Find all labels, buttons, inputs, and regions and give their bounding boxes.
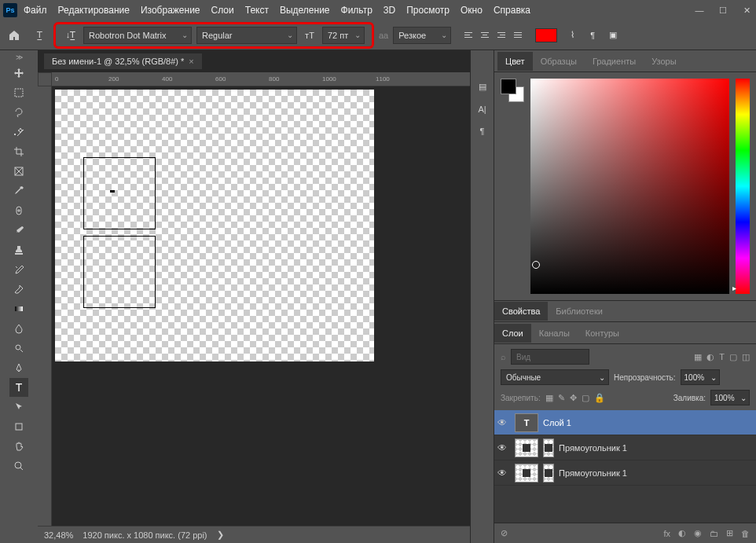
layer-row[interactable]: 👁 T Слой 1 bbox=[494, 410, 756, 435]
align-right-button[interactable] bbox=[494, 28, 509, 43]
menu-filter[interactable]: Фильтр bbox=[341, 5, 372, 16]
color-field[interactable] bbox=[530, 79, 729, 294]
group-icon[interactable]: 🗀 bbox=[710, 529, 718, 538]
healing-tool[interactable] bbox=[9, 201, 28, 220]
layer-mask-thumbnail[interactable] bbox=[543, 438, 554, 457]
maximize-button[interactable]: ☐ bbox=[717, 4, 729, 17]
tab-libraries[interactable]: Библиотеки bbox=[548, 302, 611, 321]
align-justify-button[interactable] bbox=[510, 28, 526, 43]
layer-thumbnail[interactable] bbox=[515, 438, 538, 457]
menu-select[interactable]: Выделение bbox=[280, 5, 330, 16]
dodge-tool[interactable] bbox=[9, 339, 28, 358]
tab-color[interactable]: Цвет bbox=[497, 52, 533, 71]
link-layers-icon[interactable]: ⊘ bbox=[501, 528, 508, 538]
font-family-dropdown[interactable]: Robotron Dot Matrix bbox=[83, 27, 192, 44]
home-button[interactable] bbox=[3, 24, 25, 46]
document-tab[interactable]: Без имени-1 @ 32,5% (RGB/8#) * × bbox=[44, 53, 202, 69]
character-icon[interactable]: A| bbox=[478, 105, 486, 114]
tab-properties[interactable]: Свойства bbox=[494, 302, 548, 321]
hue-slider[interactable]: ▸ bbox=[736, 79, 750, 294]
filter-pixel-icon[interactable]: ▦ bbox=[694, 352, 702, 362]
layer-name[interactable]: Прямоугольник 1 bbox=[559, 468, 627, 478]
lasso-tool[interactable] bbox=[9, 103, 28, 122]
frame-tool[interactable] bbox=[9, 162, 28, 181]
rectangle-1[interactable] bbox=[83, 157, 156, 229]
histogram-icon[interactable]: ▤ bbox=[479, 82, 486, 92]
lock-artboard-icon[interactable]: ▢ bbox=[582, 393, 589, 403]
marquee-tool[interactable] bbox=[9, 83, 28, 102]
delete-layer-icon[interactable]: 🗑 bbox=[741, 529, 750, 538]
foreground-swatch[interactable] bbox=[501, 79, 516, 94]
new-layer-icon[interactable]: ⊞ bbox=[726, 528, 733, 538]
ruler-h-scale[interactable]: 0 200 400 600 800 1000 1100 bbox=[52, 72, 470, 86]
tab-channels[interactable]: Каналы bbox=[531, 324, 578, 343]
menu-3d[interactable]: 3D bbox=[384, 5, 395, 16]
blur-tool[interactable] bbox=[9, 319, 28, 338]
minimize-button[interactable]: — bbox=[693, 4, 706, 17]
zoom-tool[interactable] bbox=[9, 457, 28, 475]
text-color-swatch[interactable] bbox=[535, 28, 557, 42]
menu-layers[interactable]: Слои bbox=[211, 5, 234, 16]
tab-layers[interactable]: Слои bbox=[494, 324, 531, 343]
menu-window[interactable]: Окно bbox=[461, 5, 483, 16]
mask-icon[interactable]: ◐ bbox=[678, 528, 686, 538]
tab-patterns[interactable]: Узоры bbox=[644, 52, 684, 71]
lock-transparency-icon[interactable]: ▦ bbox=[545, 393, 553, 403]
layer-thumbnail[interactable]: T bbox=[515, 413, 538, 432]
align-left-button[interactable] bbox=[461, 28, 476, 43]
type-tool[interactable]: T bbox=[9, 378, 28, 397]
fg-bg-swatches[interactable] bbox=[501, 79, 524, 294]
fx-icon[interactable]: fx bbox=[663, 529, 670, 538]
filter-smart-icon[interactable]: ◫ bbox=[742, 352, 750, 362]
filter-type-icon[interactable]: T bbox=[719, 352, 725, 362]
font-style-dropdown[interactable]: Regular bbox=[196, 27, 297, 44]
pen-tool[interactable] bbox=[9, 358, 28, 377]
magic-wand-tool[interactable] bbox=[9, 123, 28, 141]
layer-row[interactable]: 👁 Прямоугольник 1 bbox=[494, 460, 756, 486]
menu-text[interactable]: Текст bbox=[245, 5, 269, 16]
align-center-button[interactable] bbox=[477, 28, 493, 43]
blend-mode-dropdown[interactable]: Обычные bbox=[501, 369, 609, 385]
move-tool[interactable] bbox=[9, 64, 28, 83]
character-panel-icon[interactable]: ¶ bbox=[584, 27, 601, 44]
crop-tool[interactable] bbox=[9, 142, 28, 161]
eraser-tool[interactable] bbox=[9, 280, 28, 299]
hand-tool[interactable] bbox=[9, 437, 28, 456]
layer-visibility-icon[interactable]: 👁 bbox=[497, 468, 510, 479]
gradient-tool[interactable] bbox=[9, 299, 28, 318]
menu-file[interactable]: Файл bbox=[24, 5, 47, 16]
layer-row[interactable]: 👁 Прямоугольник 1 bbox=[494, 435, 756, 460]
antialias-dropdown[interactable]: Резкое bbox=[393, 27, 451, 44]
rectangle-2[interactable] bbox=[83, 236, 156, 308]
text-orientation-icon[interactable]: ↓T̲ bbox=[62, 27, 79, 44]
layer-name[interactable]: Прямоугольник 1 bbox=[559, 443, 627, 453]
ruler-vertical[interactable] bbox=[38, 86, 52, 526]
layer-filter-input[interactable] bbox=[511, 349, 589, 365]
layer-visibility-icon[interactable]: 👁 bbox=[497, 442, 510, 453]
tab-swatches[interactable]: Образцы bbox=[533, 52, 585, 71]
zoom-level[interactable]: 32,48% bbox=[44, 530, 73, 540]
eyedropper-tool[interactable] bbox=[9, 182, 28, 200]
menu-view[interactable]: Просмотр bbox=[406, 5, 450, 16]
tab-gradients[interactable]: Градиенты bbox=[585, 52, 644, 71]
adjustment-icon[interactable]: ◉ bbox=[694, 528, 702, 538]
layer-thumbnail[interactable] bbox=[515, 464, 538, 482]
opacity-input[interactable]: 100% bbox=[681, 369, 720, 385]
stamp-tool[interactable] bbox=[9, 240, 28, 259]
canvas-viewport[interactable] bbox=[52, 86, 470, 526]
path-selection-tool[interactable] bbox=[9, 398, 28, 416]
font-size-dropdown[interactable]: 72 пт bbox=[322, 27, 365, 44]
toolbox-collapse-icon[interactable]: ≫ bbox=[16, 53, 23, 61]
paragraph-icon[interactable]: ¶ bbox=[480, 127, 485, 136]
layer-name[interactable]: Слой 1 bbox=[543, 418, 571, 427]
doc-info[interactable]: 1920 пикс. x 1080 пикс. (72 ppi) bbox=[83, 530, 207, 540]
3d-icon[interactable]: ▣ bbox=[604, 27, 622, 44]
tool-preset[interactable]: T̲ bbox=[28, 24, 50, 46]
fill-input[interactable]: 100% bbox=[710, 390, 750, 405]
menu-image[interactable]: Изображение bbox=[141, 5, 200, 16]
status-arrow-icon[interactable]: ❯ bbox=[217, 530, 224, 540]
warp-text-icon[interactable]: ⌇ bbox=[563, 27, 581, 44]
menu-help[interactable]: Справка bbox=[494, 5, 530, 16]
lock-position-icon[interactable]: ✥ bbox=[570, 393, 577, 403]
history-brush-tool[interactable] bbox=[9, 260, 28, 279]
